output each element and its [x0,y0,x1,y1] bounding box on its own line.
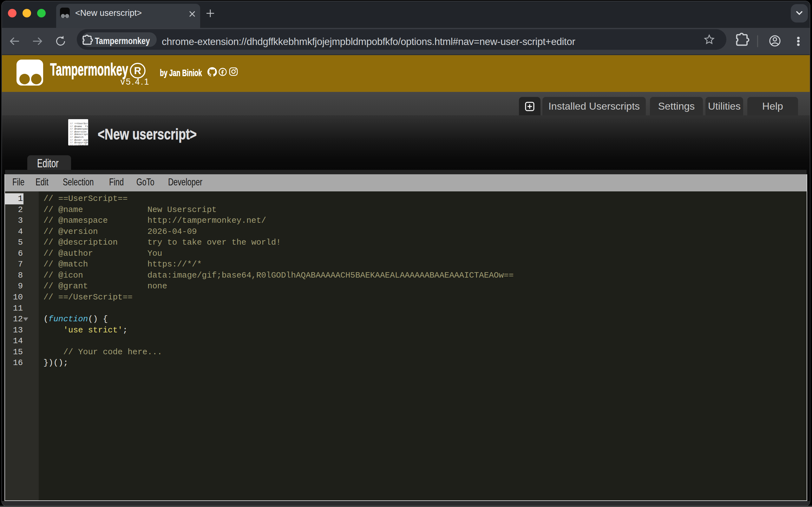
svg-text:R: R [134,65,141,76]
